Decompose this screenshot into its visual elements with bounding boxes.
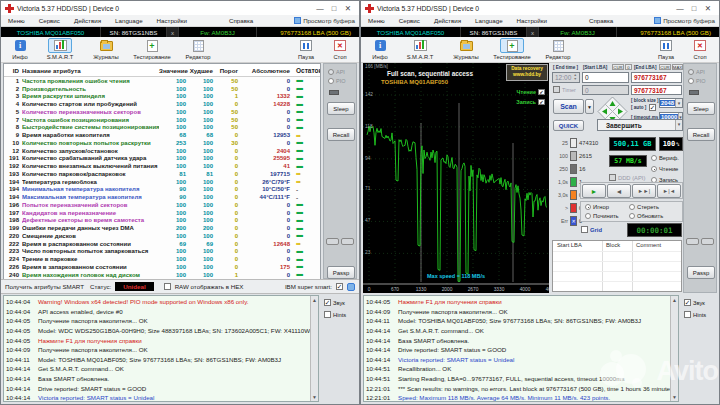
menu-settings[interactable]: Настройки (150, 17, 194, 24)
minimize-button[interactable]: — (313, 2, 327, 15)
tab-info[interactable]: iИнфо (363, 38, 397, 60)
recall-button[interactable]: Recall (687, 128, 715, 141)
smart-attribute-row[interactable]: 12Количество запусков/остановок100100024… (4, 147, 320, 155)
smart-attribute-row[interactable]: 8Быстродействие системы позиционирования… (4, 124, 320, 132)
smart-attribute-row[interactable]: 198Дефектные секторы во время самотеста1… (4, 217, 320, 225)
sound-checkbox[interactable]: Звук (324, 299, 345, 306)
grid-checkbox[interactable]: Grid (581, 226, 602, 233)
menu-menu[interactable]: Меню (361, 17, 392, 24)
title-bar[interactable]: Victoria 5.37 HDD/SSD | Device 0 — □ ✕ (1, 1, 359, 15)
smart-attribute-row[interactable]: 192Количество внезапных выключений питан… (4, 162, 320, 170)
smart-attribute-row[interactable]: 7Частота ошибок позиционирования10010050… (4, 116, 320, 124)
refresh-radio[interactable]: Обновить (629, 213, 663, 219)
end-time-field[interactable]: 12:00▲▼ (552, 72, 580, 83)
maximize-button[interactable]: □ (687, 2, 701, 15)
smart-attribute-row[interactable]: 5Количество переназначенных секторов1001… (4, 108, 320, 116)
block-size-select[interactable]: 2048▾ (659, 98, 683, 108)
auto-checkbox[interactable] (649, 104, 656, 111)
skip-forward-button[interactable]: ►►| (632, 184, 656, 198)
menu-actions[interactable]: Действия (427, 17, 468, 24)
smart-attribute-row[interactable]: 194Температура гермоблока100100026°C/79°… (4, 178, 320, 186)
pause-button[interactable]: Пауза (289, 38, 323, 60)
smart-attribute-row[interactable]: 240Время нахождения головок над диском10… (4, 271, 320, 279)
title-bar[interactable]: Victoria 5.37 HDD/SSD | Device 0 — □ ✕ (361, 1, 719, 15)
smart-attribute-row[interactable]: 1Частота проявления ошибок чтения1001005… (4, 77, 320, 85)
tab-info[interactable]: iИнфо (3, 38, 37, 60)
menu-language[interactable]: Language (108, 17, 150, 24)
smart-attribute-row[interactable]: 194Максимальная температура накопителя90… (4, 193, 320, 201)
verify-radio[interactable]: Вериф. (651, 155, 679, 161)
api-radio[interactable]: API (688, 69, 705, 75)
play-button[interactable]: ► (582, 184, 606, 198)
smart-attribute-row[interactable]: 3Время раскрутки шпинделя10010011332••••… (4, 93, 320, 101)
sleep-button[interactable]: Sleep (327, 102, 355, 115)
menu-settings[interactable]: Настройки (510, 17, 554, 24)
smart-attribute-row[interactable]: 2Производительность100100500••••• (4, 85, 320, 93)
pause-button[interactable]: Пауза (649, 38, 683, 60)
finish-action-select[interactable]: Завершить▾ (597, 119, 683, 131)
skip-to-end-button[interactable]: ►|◄ (657, 184, 681, 198)
smart-attribute-row[interactable]: 193Количество парковок/распарковок818101… (4, 170, 320, 178)
smart-attribute-row[interactable]: 194Минимальная температура накопителя901… (4, 186, 320, 194)
start-lba-field[interactable]: 0 (582, 72, 629, 83)
smart-attribute-row[interactable]: 226Время в запаркованном состоянии100100… (4, 263, 320, 271)
ddd-checkbox[interactable]: DDD (API) (609, 174, 645, 181)
ignore-radio[interactable]: Игнор (585, 204, 609, 210)
tab-testing[interactable]: +Тестирование (129, 38, 175, 60)
menu-service[interactable]: Сервис (392, 17, 427, 24)
smart-attribute-row[interactable]: 10Количество повторных попыток раскрутки… (4, 139, 320, 147)
zero-button[interactable]: 0 (625, 64, 632, 70)
quick-button[interactable]: QUICK (553, 120, 584, 131)
tab-editor[interactable]: Редактор (175, 38, 221, 60)
smart-attribute-row[interactable]: 197Кандидатов на переназначение10010000•… (4, 209, 320, 217)
buffer-view-button[interactable]: Просмотр буфера (294, 17, 359, 24)
read-curve-toggle[interactable]: Чтение (517, 89, 545, 95)
passport-button[interactable]: Passp (327, 266, 355, 279)
close-button[interactable]: ✕ (701, 2, 715, 15)
hints-checkbox[interactable]: Hints (324, 311, 346, 318)
smart-attribute-row[interactable]: 191Количество срабатываний датчика удара… (4, 155, 320, 163)
eject-button[interactable]: x (167, 27, 179, 37)
tab-smart[interactable]: S.M.A.R.T (37, 38, 83, 60)
smart-attribute-row[interactable]: 9Время наработки накопителя6868012953••• (4, 131, 320, 139)
tab-smart[interactable]: S.M.A.R.T (397, 38, 443, 60)
repair-radio[interactable]: Починить (585, 213, 619, 219)
cur-button[interactable]: CUR (612, 64, 624, 70)
timer-checkbox[interactable]: Timer (553, 86, 576, 93)
eject-button[interactable]: x (527, 27, 539, 37)
smart-attribute-row[interactable]: 196Попыток переназначений секторов100100… (4, 201, 320, 209)
scan-dropdown-arrow[interactable]: ▼ (585, 99, 594, 114)
log-scrollbar[interactable]: ▲▼ (670, 296, 678, 401)
menu-help[interactable]: Справка (582, 17, 620, 24)
menu-language[interactable]: Language (468, 17, 510, 24)
max-button[interactable]: MAX (672, 64, 683, 70)
end-lba-field[interactable]: 976773167 (631, 72, 682, 83)
tab-testing[interactable]: +Тестирование (489, 38, 535, 60)
menu-menu[interactable]: Меню (1, 17, 32, 24)
erase-radio[interactable]: Стереть (629, 204, 659, 210)
scan-button[interactable]: Scan (553, 99, 584, 114)
smart-attribute-row[interactable]: 222Время в распаркованном состоянии69690… (4, 240, 320, 248)
pio-radio[interactable]: PIO (688, 78, 705, 84)
tab-journals[interactable]: Журналы (443, 38, 489, 60)
menu-service[interactable]: Сервис (32, 17, 67, 24)
timer-value-field[interactable]: 0 (582, 85, 629, 95)
smart-attribute-row[interactable]: 223Число повторных попыток запарковаться… (4, 248, 320, 256)
tab-journals[interactable]: Журналы (83, 38, 129, 60)
get-smart-button[interactable]: Получить атрибуты SMART (5, 283, 84, 290)
stop-button[interactable]: ✕Стоп (323, 38, 357, 60)
buffer-view-button[interactable]: Просмотр буфера (654, 17, 719, 24)
back-button[interactable]: ◄ (607, 184, 631, 198)
sleep-button[interactable]: Sleep (687, 102, 715, 115)
smart-attribute-row[interactable]: 224Трение в парковке10010000••••• (4, 255, 320, 263)
menu-help[interactable]: Справка (222, 17, 260, 24)
cur-button-2[interactable]: CUR (659, 64, 671, 70)
recall-button[interactable]: Recall (327, 128, 355, 141)
write-curve-toggle[interactable]: Запись (516, 99, 545, 105)
passport-button[interactable]: Passp (687, 266, 715, 279)
pio-radio[interactable]: PIO (328, 78, 345, 84)
minimize-button[interactable]: — (673, 2, 687, 15)
raw-hex-checkbox[interactable] (164, 283, 171, 290)
end-lba-field-2[interactable]: 976773167 (631, 85, 682, 95)
stop-button[interactable]: ✕Стоп (683, 38, 717, 60)
